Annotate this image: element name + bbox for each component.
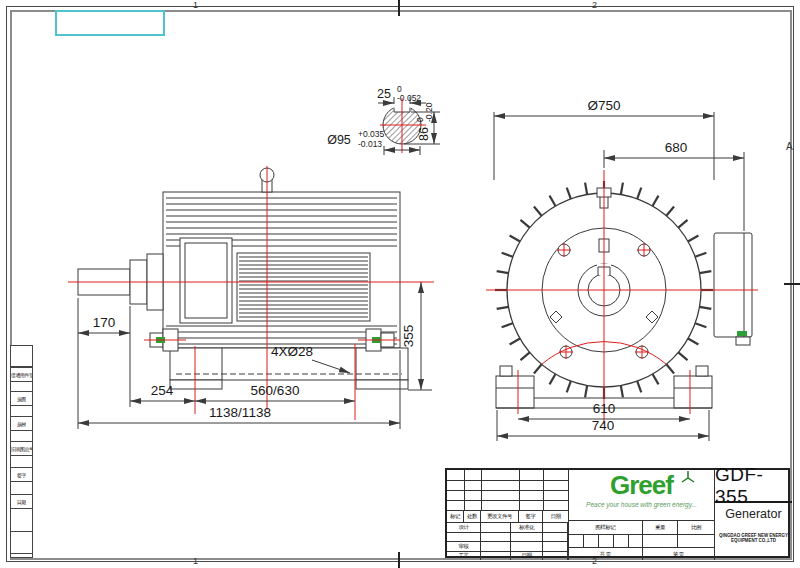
logo-tagline: Peace your house with green energy... <box>569 501 714 508</box>
company-name: QINGDAO GREEF NEW ENERGY EQUIPMENT CO.,L… <box>716 533 791 543</box>
strip-label-borrowed-parts: 借通用件登记 <box>11 372 32 378</box>
dim-key-depth-lower: -0.20 <box>424 102 434 122</box>
dim-shaft-dia: Ø95 <box>327 133 351 147</box>
signature-table: 设计 标准化 审核 工艺 日期 <box>447 522 568 560</box>
revision-table <box>447 470 568 510</box>
green-marker-box <box>737 331 747 336</box>
model-number: GDF-355 <box>715 470 792 503</box>
strip-label-signature: 签字 <box>17 472 26 478</box>
dim-outer-diameter: Ø750 <box>587 98 620 113</box>
label-weight: 重量 <box>643 520 679 534</box>
strip-label-date: 日期 <box>17 499 26 505</box>
strip-label-old-drawing-no: 旧底图总号 <box>11 446 32 452</box>
strip-label-tracing-check: 描校 <box>17 421 26 427</box>
rev-col-docno: 更改文件号 <box>481 510 519 522</box>
dim-shaft-length: 170 <box>93 315 116 330</box>
label-sheet-total: 共 页 <box>569 547 643 560</box>
dim-overall-length: 1138/1138 <box>209 405 271 420</box>
dim-base-width: 740 <box>592 418 615 433</box>
label-date: 日期 <box>511 551 543 561</box>
product-name: Generator <box>715 503 792 525</box>
dim-foot-spacing: 560/630 <box>251 383 300 398</box>
strip-label-tracing: 描图 <box>17 396 26 402</box>
engineering-drawing-sheet: 1 2 1 2 A <box>0 0 800 568</box>
dim-key-depth: 86 <box>417 127 431 141</box>
dim-foot-hole-spacing: 610 <box>593 401 616 416</box>
dim-foot-holes: 4XØ28 <box>271 344 313 359</box>
stamp-area: 图样标记 重量 比例 共 页 第 页 <box>568 520 714 560</box>
label-process: 工艺 <box>447 551 481 561</box>
dim-shaft-dia-lower: -0.013 <box>358 139 382 149</box>
rev-col-mark: 标记 <box>447 510 464 522</box>
revision-header-row: 标记 处数 更改文件号 签字 日期 <box>447 510 568 522</box>
margin-info-strip: 借通用件登记 描图 描校 旧底图总号 签字 日期 <box>10 345 33 558</box>
dim-terminal-width: 680 <box>665 140 688 155</box>
title-block: 标记 处数 更改文件号 签字 日期 设计 标准化 审核 工艺 日期 Greef <box>445 468 790 558</box>
label-check: 审核 <box>447 541 481 551</box>
dim-key-width-lower: -0.052 <box>397 93 421 103</box>
label-design: 设计 <box>447 522 481 532</box>
front-view <box>495 181 752 408</box>
label-standardization: 标准化 <box>511 522 543 532</box>
label-scale: 比例 <box>678 520 714 534</box>
logo-area: Greef Peace your house with green energy… <box>568 470 714 520</box>
model-area: GDF-355 Generator QINGDAO GREEF NEW ENER… <box>714 470 792 560</box>
dim-key-width: 25 <box>377 87 391 101</box>
rev-col-signature: 签字 <box>519 510 543 522</box>
rev-col-count: 处数 <box>464 510 481 522</box>
dim-shaft-dia-upper: +0.035 <box>358 129 385 139</box>
dim-shaft-height: 355 <box>401 325 416 348</box>
rev-col-date: 日期 <box>543 510 568 522</box>
wind-turbine-icon <box>680 470 696 486</box>
dim-front-foot: 254 <box>151 383 174 398</box>
side-view <box>78 168 408 389</box>
label-drawing-mark: 图样标记 <box>569 520 643 534</box>
label-sheet-number: 第 页 <box>643 547 715 560</box>
